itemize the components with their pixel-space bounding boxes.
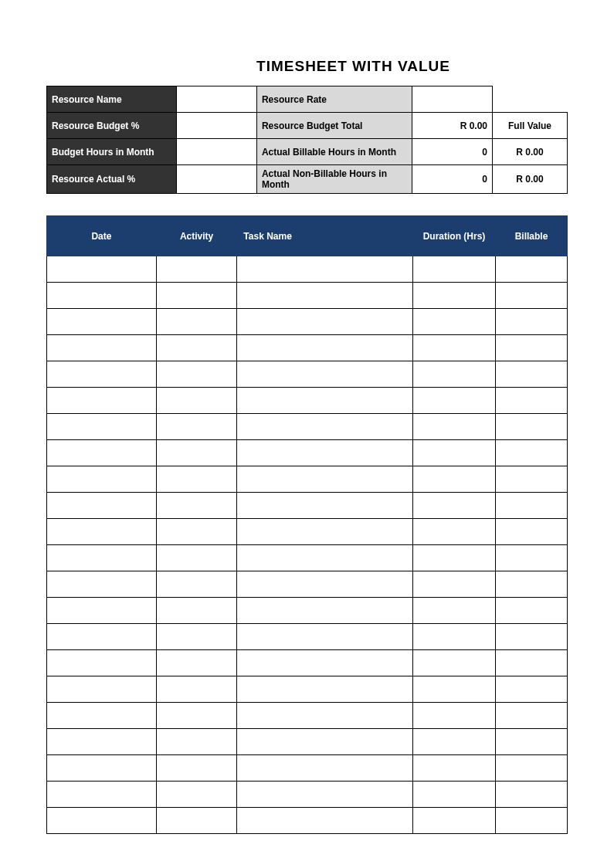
cell-activity[interactable] bbox=[156, 808, 237, 834]
cell-billable[interactable] bbox=[496, 755, 568, 782]
cell-task[interactable] bbox=[237, 624, 413, 650]
cell-task[interactable] bbox=[237, 388, 413, 414]
cell-date[interactable] bbox=[47, 545, 157, 571]
cell-duration[interactable] bbox=[413, 361, 496, 388]
cell-task[interactable] bbox=[237, 414, 413, 440]
resource-budget-pct-value[interactable] bbox=[176, 113, 256, 139]
cell-task[interactable] bbox=[237, 309, 413, 335]
cell-duration[interactable] bbox=[413, 808, 496, 834]
cell-billable[interactable] bbox=[496, 361, 568, 388]
cell-task[interactable] bbox=[237, 650, 413, 676]
cell-billable[interactable] bbox=[496, 519, 568, 545]
cell-duration[interactable] bbox=[413, 466, 496, 493]
cell-activity[interactable] bbox=[156, 519, 237, 545]
cell-duration[interactable] bbox=[413, 571, 496, 598]
cell-date[interactable] bbox=[47, 676, 157, 703]
cell-task[interactable] bbox=[237, 440, 413, 466]
cell-billable[interactable] bbox=[496, 782, 568, 808]
cell-activity[interactable] bbox=[156, 440, 237, 466]
cell-duration[interactable] bbox=[413, 309, 496, 335]
cell-task[interactable] bbox=[237, 571, 413, 598]
cell-activity[interactable] bbox=[156, 624, 237, 650]
cell-billable[interactable] bbox=[496, 650, 568, 676]
cell-activity[interactable] bbox=[156, 335, 237, 361]
budget-hours-value[interactable] bbox=[176, 139, 256, 165]
cell-date[interactable] bbox=[47, 519, 157, 545]
cell-billable[interactable] bbox=[496, 571, 568, 598]
cell-activity[interactable] bbox=[156, 650, 237, 676]
cell-duration[interactable] bbox=[413, 545, 496, 571]
cell-billable[interactable] bbox=[496, 598, 568, 624]
cell-billable[interactable] bbox=[496, 703, 568, 729]
cell-task[interactable] bbox=[237, 782, 413, 808]
cell-task[interactable] bbox=[237, 703, 413, 729]
cell-billable[interactable] bbox=[496, 466, 568, 493]
cell-activity[interactable] bbox=[156, 598, 237, 624]
cell-billable[interactable] bbox=[496, 808, 568, 834]
cell-billable[interactable] bbox=[496, 545, 568, 571]
cell-date[interactable] bbox=[47, 414, 157, 440]
cell-date[interactable] bbox=[47, 571, 157, 598]
cell-date[interactable] bbox=[47, 703, 157, 729]
cell-duration[interactable] bbox=[413, 440, 496, 466]
cell-activity[interactable] bbox=[156, 545, 237, 571]
cell-billable[interactable] bbox=[496, 624, 568, 650]
cell-duration[interactable] bbox=[413, 624, 496, 650]
cell-date[interactable] bbox=[47, 466, 157, 493]
cell-activity[interactable] bbox=[156, 493, 237, 519]
cell-duration[interactable] bbox=[413, 256, 496, 283]
cell-duration[interactable] bbox=[413, 676, 496, 703]
cell-duration[interactable] bbox=[413, 388, 496, 414]
cell-task[interactable] bbox=[237, 519, 413, 545]
cell-activity[interactable] bbox=[156, 309, 237, 335]
cell-duration[interactable] bbox=[413, 755, 496, 782]
cell-billable[interactable] bbox=[496, 676, 568, 703]
cell-activity[interactable] bbox=[156, 283, 237, 309]
cell-task[interactable] bbox=[237, 361, 413, 388]
cell-date[interactable] bbox=[47, 729, 157, 755]
cell-date[interactable] bbox=[47, 256, 157, 283]
cell-task[interactable] bbox=[237, 755, 413, 782]
cell-duration[interactable] bbox=[413, 414, 496, 440]
cell-activity[interactable] bbox=[156, 361, 237, 388]
cell-duration[interactable] bbox=[413, 335, 496, 361]
cell-date[interactable] bbox=[47, 309, 157, 335]
cell-date[interactable] bbox=[47, 335, 157, 361]
cell-task[interactable] bbox=[237, 256, 413, 283]
cell-activity[interactable] bbox=[156, 729, 237, 755]
cell-date[interactable] bbox=[47, 283, 157, 309]
cell-duration[interactable] bbox=[413, 650, 496, 676]
resource-rate-value[interactable] bbox=[412, 86, 492, 113]
cell-billable[interactable] bbox=[496, 309, 568, 335]
cell-activity[interactable] bbox=[156, 466, 237, 493]
cell-billable[interactable] bbox=[496, 335, 568, 361]
cell-task[interactable] bbox=[237, 808, 413, 834]
cell-activity[interactable] bbox=[156, 676, 237, 703]
cell-billable[interactable] bbox=[496, 256, 568, 283]
resource-actual-pct-value[interactable] bbox=[176, 165, 256, 194]
cell-billable[interactable] bbox=[496, 493, 568, 519]
cell-billable[interactable] bbox=[496, 388, 568, 414]
cell-date[interactable] bbox=[47, 782, 157, 808]
cell-activity[interactable] bbox=[156, 414, 237, 440]
cell-billable[interactable] bbox=[496, 283, 568, 309]
cell-date[interactable] bbox=[47, 361, 157, 388]
cell-date[interactable] bbox=[47, 755, 157, 782]
cell-activity[interactable] bbox=[156, 782, 237, 808]
cell-billable[interactable] bbox=[496, 729, 568, 755]
cell-date[interactable] bbox=[47, 440, 157, 466]
cell-task[interactable] bbox=[237, 493, 413, 519]
cell-duration[interactable] bbox=[413, 283, 496, 309]
cell-task[interactable] bbox=[237, 545, 413, 571]
cell-date[interactable] bbox=[47, 493, 157, 519]
cell-task[interactable] bbox=[237, 676, 413, 703]
cell-billable[interactable] bbox=[496, 414, 568, 440]
cell-activity[interactable] bbox=[156, 571, 237, 598]
cell-date[interactable] bbox=[47, 388, 157, 414]
cell-task[interactable] bbox=[237, 729, 413, 755]
resource-name-value[interactable] bbox=[176, 86, 256, 113]
cell-date[interactable] bbox=[47, 624, 157, 650]
cell-duration[interactable] bbox=[413, 729, 496, 755]
cell-activity[interactable] bbox=[156, 256, 237, 283]
cell-task[interactable] bbox=[237, 283, 413, 309]
